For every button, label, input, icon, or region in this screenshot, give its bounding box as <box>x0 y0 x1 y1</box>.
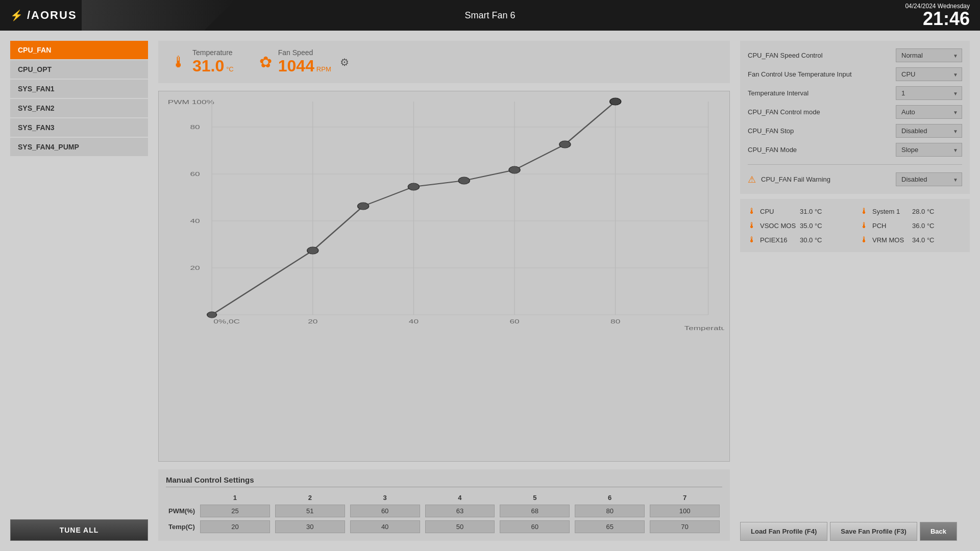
pwm-input-1[interactable] <box>200 505 270 517</box>
pwm-input-4[interactable] <box>425 505 495 517</box>
speed-control-select[interactable]: Normal Silent Performance Full Speed Man… <box>896 48 962 62</box>
control-mode-label: CPU_FAN Control mode <box>748 108 891 116</box>
svg-text:20: 20 <box>308 318 317 324</box>
temp-input-6[interactable] <box>575 520 645 533</box>
cpu-temp-value: 31.0 °C <box>800 208 822 215</box>
temp-reading-row-2: 🌡 VSOC MOS 35.0 °C 🌡 PCH 36.0 °C <box>748 221 962 230</box>
fan-item-cpu-fan[interactable]: CPU_FAN <box>10 41 148 59</box>
svg-point-29 <box>610 98 621 105</box>
temp-input-5[interactable] <box>500 520 570 533</box>
speed-control-row: CPU_FAN Speed Control Normal Silent Perf… <box>748 48 962 62</box>
manual-settings-title: Manual Control Settings <box>166 475 722 487</box>
fan-mode-row: CPU_FAN Mode Slope Staircase <box>748 143 962 157</box>
vrm-temp-value: 34.0 °C <box>912 236 935 244</box>
temp-cell-3 <box>348 519 423 535</box>
temp-input-select[interactable]: CPU System PCH <box>896 67 962 81</box>
fan-item-sys-fan3[interactable]: SYS_FAN3 <box>10 118 148 137</box>
svg-text:PWM 100%: PWM 100% <box>168 99 214 105</box>
fan-item-sys-fan2[interactable]: SYS_FAN2 <box>10 99 148 117</box>
fan-stop-select[interactable]: Disabled Enabled <box>896 124 962 138</box>
logo-text: /AORUS <box>27 9 77 22</box>
temp-input-2[interactable] <box>275 520 345 533</box>
temp-input-4[interactable] <box>425 520 495 533</box>
fan-mode-select[interactable]: Slope Staircase <box>896 143 962 157</box>
fan-item-cpu-opt[interactable]: CPU_OPT <box>10 60 148 79</box>
stats-bar: 🌡 Temperature 31.0 °C ✿ Fan Speed 1044 R… <box>158 41 730 83</box>
fanspeed-unit: RPM <box>316 65 331 73</box>
pwm-input-6[interactable] <box>575 505 645 517</box>
tune-all-button[interactable]: TUNE ALL <box>10 519 148 541</box>
svg-point-27 <box>509 166 520 173</box>
fail-warning-row: ⚠ CPU_FAN Fail Warning Disabled Enabled <box>748 172 962 186</box>
pwm-input-2[interactable] <box>275 505 345 517</box>
temp-cpu: 🌡 CPU 31.0 °C <box>748 207 850 216</box>
svg-point-25 <box>408 183 419 190</box>
fan-mode-select-wrapper: Slope Staircase <box>896 143 962 157</box>
svg-text:40: 40 <box>190 218 200 224</box>
cpu-temp-name: CPU <box>760 208 796 215</box>
fan-item-sys-fan1[interactable]: SYS_FAN1 <box>10 80 148 98</box>
temp-input-label: Fan Control Use Temperature Input <box>748 70 891 78</box>
pcie-temp-value: 30.0 °C <box>800 236 822 244</box>
temp-row: Temp(C) <box>166 519 722 535</box>
pwm-label: PWM(%) <box>166 503 198 519</box>
chart-svg: PWM 100% 80 60 40 20 20 40 60 <box>164 96 724 331</box>
manual-table: 1 2 3 4 5 6 7 PWM(%) <box>166 492 722 535</box>
temp-input-1[interactable] <box>200 520 270 533</box>
temp-input-3[interactable] <box>350 520 420 533</box>
col-header-1: 1 <box>198 492 273 503</box>
time-display: 21:46 <box>905 10 970 28</box>
temperature-unit: °C <box>226 65 234 73</box>
fanspeed-settings-icon[interactable]: ⚙ <box>340 56 349 68</box>
sys1-temp-value: 28.0 °C <box>912 208 935 215</box>
logo-icon: ⚡ <box>10 9 23 21</box>
datetime: 04/24/2024 Wednesday 21:46 <box>905 3 970 28</box>
temperature-readings: 🌡 CPU 31.0 °C 🌡 System 1 28.0 °C 🌡 VSOC … <box>740 199 970 252</box>
temp-input-7[interactable] <box>650 520 720 533</box>
vsoc-temp-value: 35.0 °C <box>800 222 822 230</box>
fan-item-sys-fan4[interactable]: SYS_FAN4_PUMP <box>10 138 148 156</box>
right-panel: CPU_FAN Speed Control Normal Silent Perf… <box>740 41 970 541</box>
pwm-cell-4 <box>423 503 498 519</box>
col-header-6: 6 <box>572 492 647 503</box>
col-header-2: 2 <box>273 492 348 503</box>
manual-control-settings: Manual Control Settings 1 2 3 4 5 6 7 <box>158 469 730 541</box>
fan-settings-section: CPU_FAN Speed Control Normal Silent Perf… <box>740 41 970 194</box>
thermometer-pch-icon: 🌡 <box>860 221 868 230</box>
svg-point-24 <box>358 203 369 210</box>
warning-icon: ⚠ <box>748 174 756 185</box>
temp-system1: 🌡 System 1 28.0 °C <box>860 207 962 216</box>
thermometer-vrm-icon: 🌡 <box>860 235 868 244</box>
svg-point-28 <box>559 141 571 148</box>
temp-input-select-wrapper: CPU System PCH <box>896 67 962 81</box>
pwm-input-5[interactable] <box>500 505 570 517</box>
svg-point-23 <box>307 247 318 254</box>
pwm-input-3[interactable] <box>350 505 420 517</box>
load-fan-profile-button[interactable]: Load Fan Profile (F4) <box>740 522 827 541</box>
svg-text:60: 60 <box>190 171 200 177</box>
col-header-5: 5 <box>497 492 572 503</box>
temp-cell-1 <box>198 519 273 535</box>
control-mode-select[interactable]: Auto Manual <box>896 105 962 119</box>
temp-input-row: Fan Control Use Temperature Input CPU Sy… <box>748 67 962 81</box>
sys1-temp-name: System 1 <box>872 208 908 215</box>
temp-interval-row: Temperature Interval 1 2 3 <box>748 86 962 100</box>
temp-interval-select[interactable]: 1 2 3 <box>896 86 962 100</box>
temp-pciex16: 🌡 PCIEX16 30.0 °C <box>748 235 850 244</box>
temp-cell-6 <box>572 519 647 535</box>
svg-text:80: 80 <box>610 318 620 324</box>
temperature-label: Temperature <box>192 48 234 57</box>
temp-label: Temp(C) <box>166 519 198 535</box>
fail-warning-select-wrapper: Disabled Enabled <box>896 172 962 186</box>
save-fan-profile-button[interactable]: Save Fan Profile (F3) <box>830 522 917 541</box>
pwm-input-7[interactable] <box>650 505 720 517</box>
app-title: Smart Fan 6 <box>464 10 515 21</box>
temp-cell-4 <box>423 519 498 535</box>
temp-pch: 🌡 PCH 36.0 °C <box>860 221 962 230</box>
fan-stop-label: CPU_FAN Stop <box>748 127 891 135</box>
header: ⚡ /AORUS Smart Fan 6 04/24/2024 Wednesda… <box>0 0 980 31</box>
fan-stop-select-wrapper: Disabled Enabled <box>896 124 962 138</box>
back-button[interactable]: Back <box>920 522 957 541</box>
center-panel: 🌡 Temperature 31.0 °C ✿ Fan Speed 1044 R… <box>158 41 730 541</box>
fail-warning-select[interactable]: Disabled Enabled <box>896 172 962 186</box>
